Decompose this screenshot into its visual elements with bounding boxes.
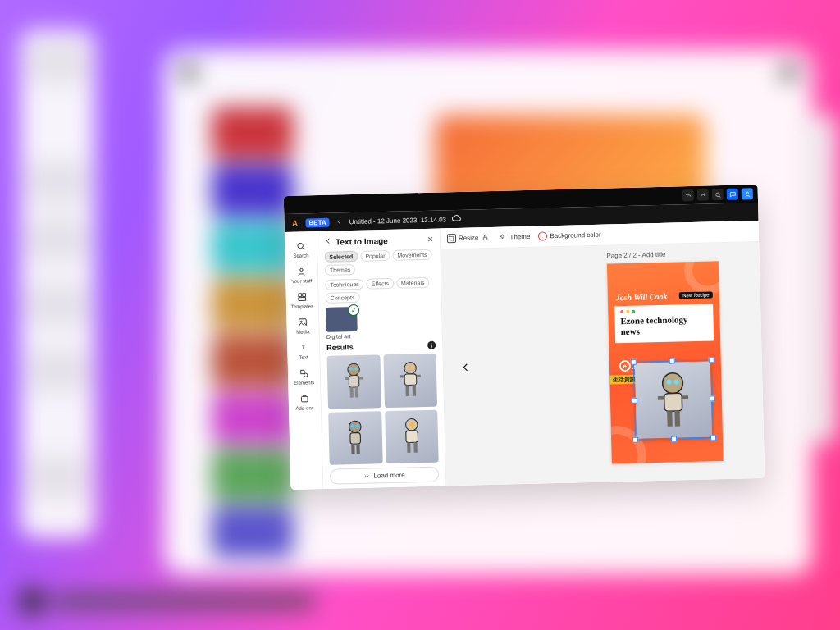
- svg-point-28: [349, 421, 361, 433]
- svg-point-12: [348, 363, 360, 376]
- svg-point-1: [746, 192, 748, 194]
- robot-illustration: [335, 360, 374, 404]
- resize-handle[interactable]: [630, 359, 636, 365]
- color-swatch-icon: [538, 231, 547, 240]
- addons-icon: [298, 391, 311, 404]
- svg-rect-24: [399, 376, 404, 378]
- undo-icon[interactable]: [682, 189, 694, 201]
- prev-page-button[interactable]: [459, 356, 474, 379]
- rail-your-stuff[interactable]: Your stuff: [286, 262, 317, 286]
- bg-footer-label: Adobe Creative Cloud Express: [20, 587, 315, 615]
- chip-themes[interactable]: Themes: [325, 264, 356, 276]
- svg-rect-37: [407, 442, 410, 452]
- svg-rect-7: [299, 318, 307, 326]
- panel-title: Text to Image: [336, 236, 388, 247]
- chip-materials[interactable]: Materials: [396, 277, 430, 289]
- svg-rect-15: [349, 376, 359, 388]
- zoom-icon[interactable]: [712, 189, 724, 200]
- theme-button[interactable]: Theme: [498, 232, 530, 242]
- cloud-sync-icon[interactable]: [451, 213, 461, 225]
- sparkle-icon: [498, 232, 507, 241]
- rail-templates[interactable]: Templates: [287, 287, 317, 312]
- svg-rect-31: [350, 432, 361, 444]
- resize-button[interactable]: Resize: [447, 233, 491, 243]
- share-icon[interactable]: [742, 188, 753, 199]
- svg-rect-33: [356, 444, 359, 454]
- svg-rect-4: [299, 293, 302, 296]
- robot-illustration: [336, 416, 375, 459]
- result-thumb[interactable]: [328, 411, 382, 465]
- style-thumb-label: Digital art: [326, 333, 351, 340]
- logo-e-icon: e: [619, 360, 630, 372]
- selection-bounding-box[interactable]: [633, 359, 714, 440]
- rail-text[interactable]: TText: [288, 338, 318, 363]
- artboard-heading[interactable]: Josh Will Cook: [615, 292, 667, 303]
- crop-icon: [447, 234, 456, 243]
- comment-icon[interactable]: [727, 189, 738, 200]
- panel-back-icon[interactable]: [324, 237, 332, 247]
- resize-handle[interactable]: [710, 435, 716, 441]
- svg-rect-19: [355, 387, 358, 397]
- svg-rect-16: [345, 377, 349, 380]
- resize-handle[interactable]: [669, 358, 674, 364]
- resize-handle[interactable]: [671, 436, 677, 441]
- robot-illustration: [390, 358, 430, 402]
- document-title[interactable]: Untitled - 12 June 2023, 13.14.03: [349, 216, 446, 226]
- result-thumb[interactable]: [385, 409, 439, 463]
- search-icon: [294, 239, 308, 252]
- panel-close-icon[interactable]: ×: [427, 234, 433, 245]
- chip-selected[interactable]: Selected: [324, 251, 358, 262]
- background-color-button[interactable]: Background color: [538, 231, 601, 241]
- page-label[interactable]: Page 2 / 2 - Add title: [606, 251, 665, 260]
- chip-techniques[interactable]: Techniques: [325, 279, 364, 290]
- artboard-badge[interactable]: New Recipe: [679, 291, 713, 299]
- resize-handle[interactable]: [632, 398, 637, 404]
- chevron-down-icon: [363, 472, 370, 479]
- svg-rect-25: [416, 375, 420, 377]
- result-thumb[interactable]: [383, 354, 437, 408]
- style-chips-row-1: Selected Popular Movements Themes: [324, 249, 434, 276]
- svg-point-20: [404, 363, 416, 375]
- app-window: A BETA Untitled - 12 June 2023, 13.14.03…: [284, 185, 765, 490]
- chip-movements[interactable]: Movements: [392, 249, 431, 261]
- svg-rect-18: [350, 388, 354, 398]
- results-header: Results: [326, 343, 354, 352]
- rail-addons[interactable]: Add-ons: [290, 389, 320, 413]
- svg-rect-17: [359, 377, 363, 380]
- canvas-viewport[interactable]: Page 2 / 2 - Add title Josh Will Cook Ne…: [441, 242, 765, 486]
- rail-elements[interactable]: Elements: [289, 363, 319, 388]
- svg-rect-26: [405, 386, 409, 397]
- chip-concepts[interactable]: Concepts: [326, 292, 360, 304]
- svg-rect-6: [299, 297, 306, 300]
- resize-handle[interactable]: [632, 437, 638, 443]
- svg-rect-23: [404, 374, 417, 386]
- chip-effects[interactable]: Effects: [367, 278, 395, 290]
- svg-rect-27: [412, 386, 415, 397]
- svg-rect-5: [303, 293, 306, 296]
- result-thumb[interactable]: [326, 354, 381, 409]
- svg-rect-9: [301, 370, 304, 373]
- back-icon[interactable]: [335, 217, 345, 226]
- svg-rect-39: [484, 237, 488, 240]
- elements-icon: [297, 366, 310, 379]
- canvas-area: Resize Theme Background color Page 2 / 2…: [441, 221, 765, 486]
- media-icon: [296, 315, 309, 328]
- resize-handle[interactable]: [710, 395, 715, 401]
- selected-style-thumb[interactable]: Digital art: [326, 305, 436, 340]
- app-logo-icon[interactable]: A: [289, 217, 300, 229]
- placed-image[interactable]: [635, 361, 712, 438]
- chip-popular[interactable]: Popular: [360, 250, 390, 262]
- rail-search[interactable]: Search: [285, 236, 316, 261]
- artboard-browser-card[interactable]: Ezone technology news: [614, 304, 714, 343]
- window-dots-icon: [620, 308, 707, 314]
- load-more-button[interactable]: Load more: [330, 467, 439, 485]
- beta-badge: BETA: [305, 217, 329, 227]
- svg-point-3: [300, 268, 303, 271]
- text-to-image-panel: Text to Image × Selected Popular Movemen…: [317, 228, 447, 489]
- info-icon[interactable]: i: [427, 341, 436, 349]
- resize-handle[interactable]: [708, 357, 714, 363]
- redo-icon[interactable]: [697, 189, 709, 200]
- rail-media[interactable]: Media: [288, 313, 318, 337]
- style-thumb-image: [326, 307, 358, 332]
- text-icon: T: [297, 340, 310, 354]
